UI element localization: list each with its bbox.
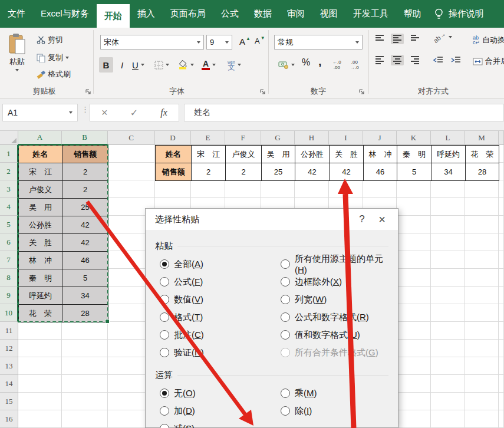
grid-cell[interactable] — [18, 357, 62, 375]
radio-circle[interactable] — [281, 277, 290, 287]
row-header-6[interactable]: 6 — [0, 233, 18, 251]
align-center-button[interactable] — [391, 55, 404, 65]
grid-cell[interactable] — [431, 287, 465, 304]
radio-circle[interactable] — [160, 389, 169, 398]
cell-A7[interactable]: 林 冲 — [18, 251, 62, 269]
name-box-caret[interactable] — [69, 111, 73, 114]
cell-D2[interactable]: 销售额 — [155, 163, 192, 181]
grid-cell[interactable] — [62, 375, 108, 393]
cell-D1[interactable]: 姓名 — [155, 145, 192, 163]
cell-H2[interactable]: 42 — [295, 163, 330, 181]
grid-cell[interactable] — [499, 269, 504, 287]
paste-option-F[interactable]: 公式(F) — [155, 273, 276, 291]
paste-option-C[interactable]: 批注(C) — [155, 326, 276, 344]
radio-circle[interactable] — [281, 389, 290, 398]
grid-cell[interactable] — [62, 410, 108, 428]
cell-B10[interactable]: 28 — [62, 304, 108, 322]
cell-A10[interactable]: 花 荣 — [18, 304, 62, 322]
grid-cell[interactable] — [465, 269, 499, 287]
grid-cell[interactable] — [431, 304, 465, 322]
grid-cell[interactable] — [225, 180, 261, 198]
grid-cell[interactable] — [431, 393, 465, 410]
grid-cell[interactable] — [499, 340, 504, 357]
tab-view[interactable]: 视图 — [312, 0, 345, 28]
grid-cell[interactable] — [62, 322, 108, 340]
row-header-16[interactable]: 16 — [0, 410, 18, 428]
grid-cell[interactable] — [431, 216, 465, 233]
grid-cell[interactable] — [499, 251, 504, 269]
increase-indent-button[interactable] — [448, 55, 463, 65]
cell-F2[interactable]: 2 — [225, 163, 262, 181]
grid-cell[interactable] — [499, 145, 504, 163]
col-header-H[interactable]: H — [295, 131, 329, 145]
fill-color-caret[interactable] — [190, 64, 194, 66]
radio-circle[interactable] — [281, 406, 290, 416]
grid-cell[interactable] — [499, 322, 504, 340]
grid-cell[interactable] — [18, 375, 62, 393]
cell-G2[interactable]: 25 — [261, 163, 295, 181]
formula-input[interactable]: 姓名 — [184, 104, 504, 121]
grid-cell[interactable] — [18, 393, 62, 410]
radio-circle[interactable] — [160, 312, 169, 322]
paste-option-T[interactable]: 格式(T) — [155, 308, 276, 326]
grid-cell[interactable] — [108, 145, 155, 163]
row-header-9[interactable]: 9 — [0, 287, 18, 304]
tab-home[interactable]: 开始 — [97, 4, 130, 28]
font-dialog-launcher[interactable] — [259, 88, 266, 96]
grid-cell[interactable] — [499, 357, 504, 375]
row-header-1[interactable]: 1 — [0, 145, 18, 163]
number-format-combo[interactable]: 常规 — [274, 35, 363, 50]
cell-B5[interactable]: 42 — [62, 216, 108, 234]
row-header-8[interactable]: 8 — [0, 269, 18, 287]
grid-cell[interactable] — [465, 322, 499, 340]
fill-handle[interactable] — [105, 319, 110, 324]
phonetic-caret[interactable] — [238, 64, 241, 66]
tab-data[interactable]: 数据 — [246, 0, 279, 28]
font-color-button[interactable]: A — [199, 57, 218, 73]
grid-cell[interactable] — [431, 251, 465, 269]
tab-developer[interactable]: 开发工具 — [345, 0, 396, 28]
grid-cell[interactable] — [499, 410, 504, 428]
grid-cell[interactable] — [465, 375, 499, 393]
tab-excel-finance[interactable]: Excel与财务 — [33, 0, 97, 28]
row-header-5[interactable]: 5 — [0, 216, 18, 233]
tab-review[interactable]: 审阅 — [279, 0, 312, 28]
grid-cell[interactable] — [431, 375, 465, 393]
radio-circle[interactable] — [281, 259, 290, 269]
operation-option-M[interactable]: 乘(M) — [276, 384, 388, 402]
grid-cell[interactable] — [431, 198, 465, 216]
dialog-close-button[interactable]: × — [372, 211, 392, 228]
increase-decimal-button[interactable]: ←.0.00 — [330, 58, 345, 71]
dialog-help-button[interactable]: ? — [352, 211, 372, 228]
clipboard-dialog-launcher[interactable] — [85, 88, 92, 96]
grid-cell[interactable] — [363, 180, 397, 198]
tab-formulas[interactable]: 公式 — [213, 0, 246, 28]
grid-cell[interactable] — [465, 287, 499, 304]
grow-font-button[interactable]: A▲ — [237, 35, 253, 48]
paste-dropdown-caret[interactable] — [15, 69, 19, 71]
grid-cell[interactable] — [431, 357, 465, 375]
cell-B2[interactable]: 2 — [62, 163, 108, 181]
cell-B4[interactable]: 25 — [62, 198, 108, 216]
grid-cell[interactable] — [499, 180, 504, 198]
cell-A4[interactable]: 吴 用 — [18, 198, 62, 216]
grid-cell[interactable] — [465, 393, 499, 410]
radio-circle[interactable] — [281, 295, 290, 304]
col-header-L[interactable]: L — [431, 131, 465, 145]
cell-A3[interactable]: 卢俊义 — [18, 180, 62, 199]
paste-option-R[interactable]: 公式和数字格式(R) — [276, 308, 388, 326]
number-dialog-launcher[interactable] — [358, 88, 365, 96]
grid-cell[interactable] — [18, 410, 62, 428]
tell-me-area[interactable]: 操作说明 — [434, 0, 484, 28]
paste-option-V[interactable]: 数值(V) — [155, 291, 276, 308]
tab-file[interactable]: 文件 — [0, 0, 33, 28]
font-name-combo[interactable]: 宋体 — [100, 35, 204, 50]
grid-cell[interactable] — [499, 304, 504, 322]
col-header-K[interactable]: K — [397, 131, 431, 145]
tab-insert[interactable]: 插入 — [130, 0, 163, 28]
grid-cell[interactable] — [431, 269, 465, 287]
cell-L1[interactable]: 呼延灼 — [431, 145, 466, 163]
radio-circle[interactable] — [281, 330, 290, 340]
grid-cell[interactable] — [191, 180, 225, 198]
grid-cell[interactable] — [499, 216, 504, 233]
